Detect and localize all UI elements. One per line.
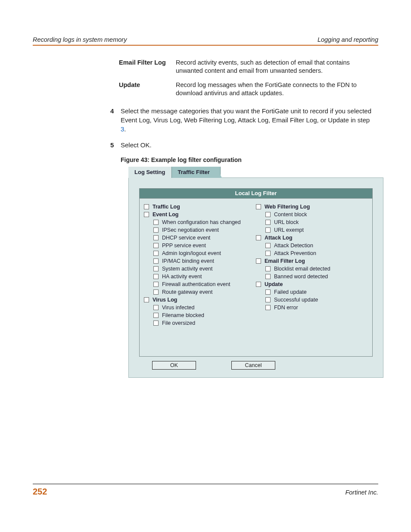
checkbox-row-fdn-error: FDN error (265, 304, 368, 311)
checkbox-label-dhcp-service-event: DHCP service event (162, 235, 210, 241)
checkbox-banned-word-detected[interactable] (265, 274, 271, 279)
checkbox-row-ha-activity-event: HA activity event (153, 273, 256, 280)
checkbox-ip-mac-binding-event[interactable] (153, 258, 159, 264)
header-rule (33, 45, 378, 46)
tab-log-setting[interactable]: Log Setting (128, 167, 172, 178)
checkbox-ipsec-negotiation-event[interactable] (153, 227, 159, 233)
left-column: Traffic LogEvent LogWhen configuration h… (144, 203, 256, 349)
checkbox-label-url-exempt: URL exempt (274, 227, 304, 233)
traffic-filter-panel: Local Log Filter Traffic LogEvent LogWhe… (128, 177, 383, 378)
checkbox-row-admin-login-logout-event: Admin login/logout event (153, 249, 256, 257)
checkbox-row-virus-log: Virus Log (144, 296, 256, 304)
checkbox-url-block[interactable] (265, 220, 271, 225)
checkbox-url-exempt[interactable] (265, 227, 271, 233)
checkbox-attack-detection[interactable] (265, 243, 271, 248)
checkbox-row-file-oversized: File oversized (153, 319, 256, 327)
checkbox-row-ipsec-negotiation-event: IPSec negotiation event (153, 226, 256, 234)
checkbox-label-file-oversized: File oversized (162, 320, 195, 326)
checkbox-label-admin-login-logout-event: Admin login/logout event (162, 250, 221, 256)
checkbox-row-dhcp-service-event: DHCP service event (153, 234, 256, 242)
local-log-filter-title: Local Log Filter (140, 189, 372, 199)
checkbox-content-block[interactable] (265, 212, 271, 217)
checkbox-web-filtering-log[interactable] (256, 204, 261, 209)
checkbox-admin-login-logout-event[interactable] (153, 251, 159, 256)
checkbox-route-gateway-event[interactable] (153, 289, 159, 295)
page-number: 252 (33, 487, 47, 497)
step-body-5: Select OK. (121, 140, 375, 149)
checkbox-row-event-log: Event Log (144, 211, 256, 218)
ok-button[interactable]: OK (152, 361, 196, 370)
step-number-4: 4 (110, 106, 121, 115)
checkbox-successful-update[interactable] (265, 297, 271, 302)
checkbox-row-url-block: URL block (265, 218, 368, 226)
checkbox-fdn-error[interactable] (265, 305, 271, 310)
checkbox-system-activity-event[interactable] (153, 266, 159, 271)
step4-post: . (124, 125, 126, 133)
checkbox-blocklist-email-detected[interactable] (265, 266, 271, 271)
checkbox-label-ip-mac-binding-event: IP/MAC binding event (162, 258, 214, 264)
checkbox-failed-update[interactable] (265, 289, 271, 295)
checkbox-label-content-block: Content block (274, 212, 307, 218)
checkbox-label-traffic-log: Traffic Log (153, 204, 180, 210)
checkbox-event-log[interactable] (144, 212, 149, 217)
local-log-filter-box: Local Log Filter Traffic LogEvent LogWhe… (139, 188, 373, 357)
checkbox-label-attack-log: Attack Log (265, 235, 293, 241)
tab-traffic-filter[interactable]: Traffic Filter (172, 167, 221, 178)
checkbox-row-web-filtering-log: Web Filtering Log (256, 203, 368, 211)
checkbox-row-when-configuration-has-changed: When configuration has changed (153, 218, 256, 226)
checkbox-row-email-filter-log: Email Filter Log (256, 257, 368, 265)
figure-43: Log Setting Traffic Filter Local Log Fil… (128, 167, 383, 378)
checkbox-when-configuration-has-changed[interactable] (153, 220, 159, 225)
checkbox-label-virus-log: Virus Log (153, 297, 177, 303)
checkbox-label-banned-word-detected: Banned word detected (274, 274, 328, 280)
checkbox-row-content-block: Content block (265, 211, 368, 218)
checkbox-row-firewall-authentication-event: Firewall authentication event (153, 280, 256, 288)
checkbox-ppp-service-event[interactable] (153, 243, 159, 248)
checkbox-firewall-authentication-event[interactable] (153, 282, 159, 287)
tabs-row: Log Setting Traffic Filter (128, 167, 383, 178)
checkbox-label-failed-update: Failed update (274, 289, 307, 295)
checkbox-row-system-activity-event: System activity event (153, 265, 256, 273)
checkbox-row-attack-detection: Attack Detection (265, 242, 368, 249)
checkbox-row-failed-update: Failed update (265, 288, 368, 296)
checkbox-row-filename-blocked: Filename blocked (153, 311, 256, 319)
checkbox-row-blocklist-email-detected: Blocklist email detected (265, 265, 368, 273)
checkbox-row-attack-prevention: Attack Prevention (265, 249, 368, 257)
def-desc-update: Record log messages when the FortiGate c… (176, 81, 378, 97)
checkbox-label-email-filter-log: Email Filter Log (265, 258, 305, 264)
checkbox-row-banned-word-detected: Banned word detected (265, 273, 368, 280)
checkbox-label-filename-blocked: Filename blocked (162, 312, 204, 318)
checkbox-row-virus-infected: Virus infected (153, 304, 256, 311)
checkbox-label-system-activity-event: System activity event (162, 266, 212, 272)
checkbox-traffic-log[interactable] (144, 204, 149, 209)
step4-pre: Select the message categories that you w… (121, 107, 371, 124)
checkbox-attack-prevention[interactable] (265, 251, 271, 256)
checkbox-virus-infected[interactable] (153, 305, 159, 310)
step-body-4: Select the message categories that you w… (121, 106, 375, 134)
checkbox-dhcp-service-event[interactable] (153, 235, 159, 240)
checkbox-label-firewall-authentication-event: Firewall authentication event (162, 281, 230, 287)
checkbox-label-blocklist-email-detected: Blocklist email detected (274, 266, 330, 272)
header-left: Recording logs in system memory (33, 36, 127, 43)
step-number-5: 5 (110, 140, 121, 149)
checkbox-virus-log[interactable] (144, 297, 149, 302)
checkbox-label-fdn-error: FDN error (274, 305, 298, 311)
checkbox-filename-blocked[interactable] (153, 313, 159, 318)
checkbox-file-oversized[interactable] (153, 320, 159, 326)
checkbox-update[interactable] (256, 282, 261, 287)
checkbox-row-successful-update: Successful update (265, 296, 368, 304)
checkbox-label-attack-prevention: Attack Prevention (274, 250, 316, 256)
def-term-email-filter-log: Email Filter Log (119, 59, 176, 67)
checkbox-row-url-exempt: URL exempt (265, 226, 368, 234)
checkbox-row-traffic-log: Traffic Log (144, 203, 256, 211)
cancel-button[interactable]: Cancel (231, 361, 275, 370)
checkbox-label-when-configuration-has-changed: When configuration has changed (162, 219, 241, 225)
checkbox-email-filter-log[interactable] (256, 258, 261, 264)
def-term-update: Update (119, 81, 176, 89)
checkbox-ha-activity-event[interactable] (153, 274, 159, 279)
definition-table: Email Filter Log Record activity events,… (119, 59, 378, 97)
checkbox-label-ha-activity-event: HA activity event (162, 274, 202, 280)
checkbox-attack-log[interactable] (256, 235, 261, 240)
checkbox-label-virus-infected: Virus infected (162, 305, 195, 311)
footer-company: Fortinet Inc. (345, 489, 378, 496)
